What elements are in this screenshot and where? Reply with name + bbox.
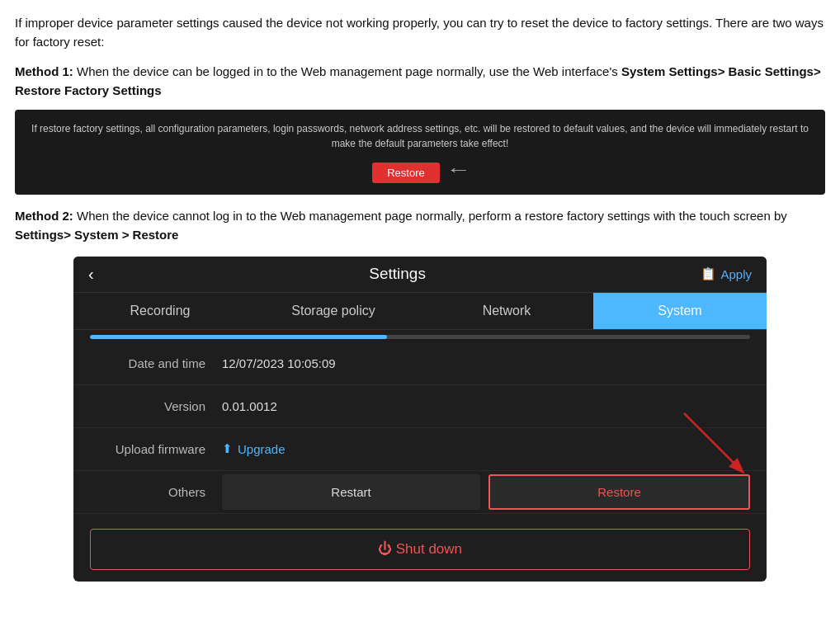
- row-version: Version 0.01.0012: [73, 385, 767, 428]
- label-upload-firmware: Upload firmware: [90, 442, 222, 456]
- restore-button[interactable]: Restore: [488, 474, 750, 510]
- method2-label: Method 2:: [15, 209, 73, 223]
- restore-factory-banner: Settings If restore factory settings, al…: [15, 110, 825, 195]
- apply-icon: 📋: [701, 266, 716, 281]
- method2-text: Method 2: When the device cannot log in …: [15, 206, 825, 245]
- tab-network[interactable]: Network: [420, 293, 593, 329]
- upgrade-icon: ⬆: [222, 441, 233, 456]
- apply-label: Apply: [720, 267, 752, 281]
- shutdown-row: ⏻ Shut down: [73, 520, 767, 582]
- label-version: Version: [90, 399, 222, 413]
- arrow-right-icon: ←: [446, 156, 471, 183]
- intro-paragraph1: If improper device parameter settings ca…: [15, 13, 825, 52]
- settings-panel: ‹ Settings 📋 Apply Recording Storage pol…: [73, 257, 767, 582]
- settings-title: Settings: [94, 265, 701, 283]
- method1-text: Method 1: When the device can be logged …: [15, 62, 825, 101]
- method2-path: Settings> System > Restore: [15, 228, 178, 242]
- tab-system[interactable]: System: [593, 293, 767, 329]
- panel-wrapper: ‹ Settings 📋 Apply Recording Storage pol…: [73, 257, 767, 582]
- tab-storage-policy[interactable]: Storage policy: [247, 293, 420, 329]
- label-date-time: Date and time: [90, 356, 222, 370]
- banner-restore-button[interactable]: Restore: [372, 162, 440, 183]
- tab-recording[interactable]: Recording: [73, 293, 247, 329]
- settings-tabs: Recording Storage policy Network System: [73, 293, 767, 330]
- progress-fill: [90, 335, 387, 339]
- back-button[interactable]: ‹: [88, 265, 94, 284]
- settings-header: ‹ Settings 📋 Apply: [73, 257, 767, 293]
- method1-label: Method 1:: [15, 64, 73, 78]
- apply-button[interactable]: 📋 Apply: [701, 266, 752, 281]
- row-upload-firmware: Upload firmware ⬆ Upgrade: [73, 428, 767, 471]
- progress-area: [73, 330, 767, 342]
- row-others: Others Restart Restore: [73, 471, 767, 514]
- progress-track: [90, 335, 750, 339]
- shutdown-button[interactable]: ⏻ Shut down: [90, 529, 750, 570]
- label-others: Others: [90, 485, 222, 499]
- restart-button[interactable]: Restart: [222, 474, 480, 510]
- banner-text: If restore factory settings, all configu…: [31, 123, 809, 149]
- row-date-time: Date and time 12/07/2023 10:05:09: [73, 342, 767, 385]
- upgrade-button[interactable]: ⬆ Upgrade: [222, 441, 286, 456]
- value-version: 0.01.0012: [222, 399, 277, 413]
- others-buttons: Restart Restore: [222, 474, 750, 510]
- upgrade-label: Upgrade: [238, 442, 286, 456]
- settings-rows: Date and time 12/07/2023 10:05:09 Versio…: [73, 342, 767, 520]
- value-date-time: 12/07/2023 10:05:09: [222, 356, 336, 370]
